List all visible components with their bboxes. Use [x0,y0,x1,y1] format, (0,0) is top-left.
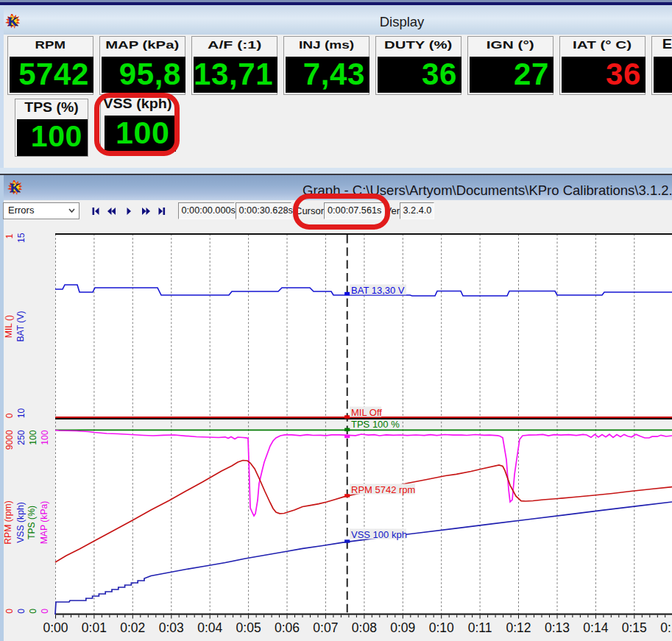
svg-text:0:10: 0:10 [429,620,454,635]
svg-text:MAP (kPa): MAP (kPa) [39,501,49,545]
svg-text:0:07: 0:07 [313,620,338,635]
svg-text:0:12: 0:12 [506,620,531,635]
svg-text:100: 100 [40,430,50,445]
svg-text:10: 10 [16,408,26,419]
svg-text:1: 1 [4,234,15,239]
svg-text:0:04: 0:04 [197,620,222,635]
svg-text:K: K [10,180,20,195]
svg-text:MIL Off: MIL Off [351,407,382,418]
svg-text:0:13: 0:13 [545,620,570,635]
svg-text:0:05: 0:05 [236,620,261,635]
svg-text:0:09: 0:09 [390,620,415,635]
svg-text:100: 100 [28,430,38,445]
svg-text:BAT (V): BAT (V) [15,311,26,341]
svg-text:MIL (): MIL () [4,315,14,338]
svg-text:0:11: 0:11 [468,620,492,635]
svg-text:VSS (kph): VSS (kph) [15,502,26,543]
svg-text:0:02: 0:02 [120,620,145,635]
svg-text:0:03: 0:03 [159,620,184,635]
svg-text:0: 0 [28,609,38,614]
svg-text:0: 0 [16,609,26,614]
svg-text:0: 0 [40,609,50,614]
svg-text:0:06: 0:06 [275,620,300,635]
svg-text:9000: 9000 [4,430,15,450]
svg-text:0:08: 0:08 [352,620,377,635]
svg-text:0:14: 0:14 [583,620,608,635]
svg-text:BAT 13,30 V: BAT 13,30 V [351,285,405,296]
svg-text:250: 250 [16,430,26,445]
svg-text:VSS 100 kph: VSS 100 kph [351,529,407,540]
svg-text:0:15: 0:15 [622,620,647,635]
svg-text:0: 0 [4,609,15,614]
svg-text:0:16: 0:16 [660,620,672,635]
svg-text:RPM (rpm): RPM (rpm) [3,500,13,545]
svg-text:TPS (%): TPS (%) [26,506,37,539]
svg-text:0:01: 0:01 [82,620,107,635]
svg-text:0:00: 0:00 [43,620,68,635]
svg-text:15: 15 [16,233,26,243]
svg-text:0: 0 [4,413,15,418]
svg-text:K: K [7,14,18,29]
svg-text:TPS 100 %: TPS 100 % [351,419,400,430]
svg-text:RPM 5742 rpm: RPM 5742 rpm [351,484,415,495]
